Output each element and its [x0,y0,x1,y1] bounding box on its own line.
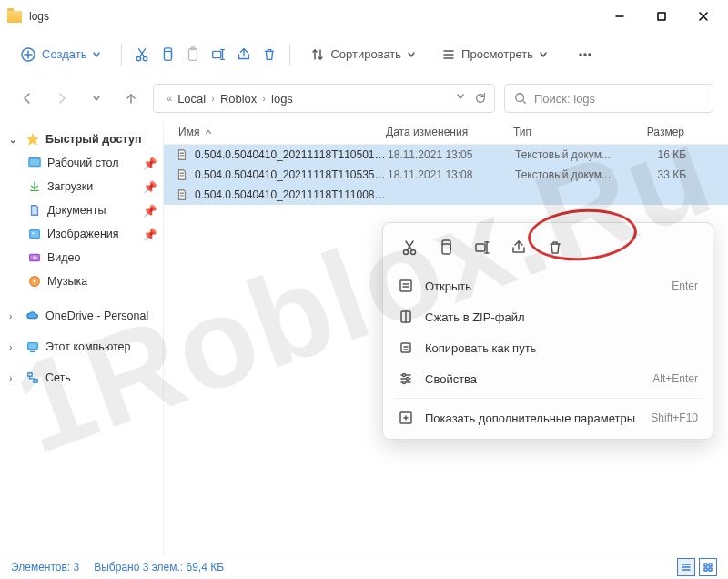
folder-icon [7,11,22,23]
file-row[interactable]: 0.504.0.5040410_20211118T111008Z_Pla... [164,185,728,205]
properties-icon [398,371,414,387]
svg-rect-35 [28,343,38,350]
col-name[interactable]: Имя [167,126,386,138]
sidebar-item-video[interactable]: Видео [4,246,159,269]
sidebar-item-downloads[interactable]: Загрузки📌 [4,175,159,198]
sidebar-thispc[interactable]: ›Этот компьютер [4,335,159,359]
chevron-right-icon: › [211,93,215,104]
sidebar-item-desktop[interactable]: Рабочий стол📌 [4,151,159,175]
svg-line-9 [140,48,146,56]
label: Сжать в ZIP-файл [425,310,525,324]
shortcut: Enter [672,279,698,292]
window-title: logs [29,10,49,23]
desktop-icon [27,156,42,170]
svg-point-67 [403,381,406,384]
pictures-icon [27,227,42,241]
sidebar-quick-access[interactable]: ⌄ Быстрый доступ [4,127,159,151]
ctx-more[interactable]: Показать дополнительные параметры Shift+… [389,402,707,433]
ctx-rename-icon[interactable] [467,232,498,263]
share-icon[interactable] [235,46,253,64]
more-button[interactable] [568,41,602,68]
sidebar-network[interactable]: ›Сеть [4,366,159,390]
pc-icon [25,340,40,354]
breadcrumb-item[interactable]: Local [177,92,206,106]
pin-icon: 📌 [143,228,154,241]
context-menu: Открыть Enter Сжать в ZIP-файл Копироват… [382,222,713,440]
svg-rect-38 [34,380,37,383]
ctx-delete-icon[interactable] [540,232,571,263]
sidebar-item-music[interactable]: Музыка [4,269,159,293]
up-button[interactable] [118,86,144,111]
svg-rect-59 [401,343,410,352]
sidebar-item-pictures[interactable]: Изображения📌 [4,222,159,246]
label: Копировать как путь [425,341,536,355]
svg-point-23 [589,54,591,56]
col-date[interactable]: Дата изменения [386,126,513,138]
view-button[interactable]: Просмотреть [432,42,557,67]
sidebar-item-documents[interactable]: Документы📌 [4,198,159,222]
sidebar-onedrive[interactable]: ›OneDrive - Personal [4,304,159,328]
svg-rect-11 [165,51,172,60]
copy-icon[interactable] [158,46,177,64]
paste-icon[interactable] [184,46,202,64]
svg-rect-54 [400,280,411,291]
maximize-button[interactable] [641,2,682,31]
ctx-share-icon[interactable] [503,232,534,263]
shortcut: Shift+F10 [651,411,698,424]
chevron-down-icon: ⌄ [9,135,20,145]
sort-button[interactable]: Сортировать [301,42,425,67]
music-icon [27,274,42,289]
ctx-zip[interactable]: Сжать в ZIP-файл [389,301,707,332]
back-button[interactable] [15,86,40,111]
file-row[interactable]: 0.504.0.5040410_20211118T110535Z_Studi..… [164,165,728,185]
nav-row: « Local › Roblox › logs Поиск: logs [0,76,728,120]
svg-rect-14 [213,51,221,57]
toolbar: Создать Сортировать Просмотреть [0,33,728,76]
ctx-open[interactable]: Открыть Enter [389,270,707,301]
svg-rect-50 [476,244,485,251]
svg-point-46 [411,250,416,255]
zip-icon [398,309,414,325]
svg-rect-49 [442,244,450,254]
breadcrumb-item[interactable]: Roblox [220,92,257,106]
delete-icon[interactable] [260,46,278,64]
details-view-button[interactable] [677,558,695,576]
sort-label: Сортировать [330,47,401,61]
svg-rect-12 [189,48,197,60]
rename-icon[interactable] [209,46,228,64]
cut-icon[interactable] [133,46,151,64]
svg-point-34 [34,280,36,283]
refresh-icon[interactable] [474,92,487,105]
chevron-right-icon: › [9,342,20,352]
thumbnails-view-button[interactable] [699,558,717,576]
svg-rect-72 [704,564,707,566]
search-input[interactable]: Поиск: logs [504,84,713,113]
text-file-icon [175,168,189,182]
col-size[interactable]: Размер [632,126,695,138]
file-name: 0.504.0.5040410_20211118T110501Z_Studi..… [195,148,388,161]
document-icon [27,203,42,218]
svg-point-65 [403,374,406,377]
minimize-button[interactable] [599,2,641,31]
breadcrumb-item[interactable]: logs [271,92,293,106]
file-row[interactable]: 0.504.0.5040410_20211118T110501Z_Studi..… [164,145,728,165]
col-type[interactable]: Тип [513,126,632,138]
chevron-right-icon: « [167,93,172,104]
label: Видео [47,251,81,264]
label: Рабочий стол [47,157,118,169]
forward-button[interactable] [49,86,75,111]
ctx-properties[interactable]: Свойства Alt+Enter [389,363,707,394]
svg-point-30 [32,232,34,234]
new-button[interactable]: Создать [11,41,110,68]
address-bar[interactable]: « Local › Roblox › logs [153,84,495,113]
svg-point-22 [584,54,586,56]
new-label: Создать [42,47,86,61]
close-button[interactable] [682,2,724,31]
open-icon [398,278,414,294]
chevron-down-icon[interactable] [456,92,465,101]
ctx-cut-icon[interactable] [394,232,425,263]
svg-line-47 [407,241,413,250]
ctx-copypath[interactable]: Копировать как путь [389,332,707,363]
ctx-copy-icon[interactable] [430,232,461,263]
recent-button[interactable] [84,86,109,111]
